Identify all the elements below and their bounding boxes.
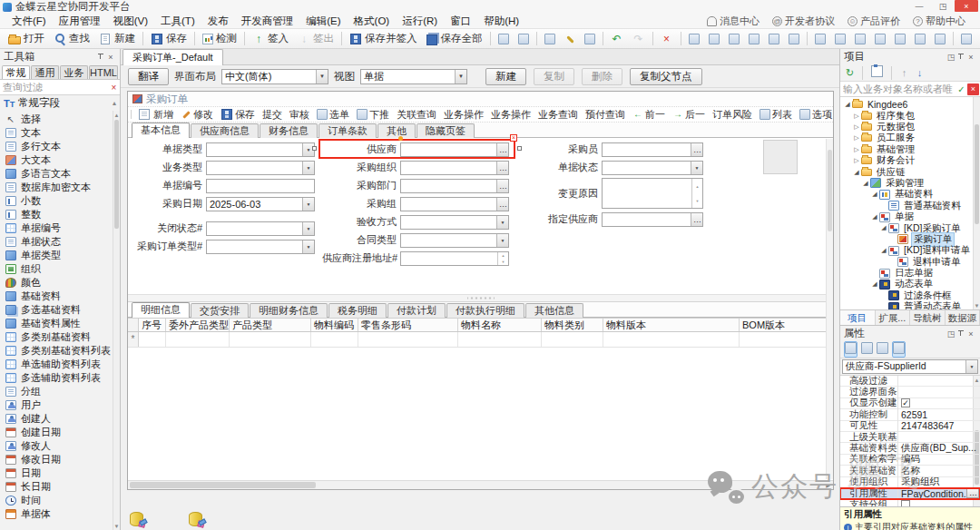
tree-item[interactable]: ◢动态表单 [840,279,980,290]
categorized-icon[interactable] [844,341,858,358]
form-toolbar-button[interactable]: 选项 [799,108,832,122]
tree-item[interactable]: ◢Kingdee6 [840,99,980,110]
vertical-scrollbar[interactable] [826,139,833,479]
grid-cell[interactable] [230,332,311,347]
property-row[interactable]: 支持分组 [840,499,980,506]
grid-cell[interactable] [311,332,358,347]
ellipsis-button[interactable]: … [966,488,979,498]
form-toolbar-button[interactable]: ←前一 [632,108,665,122]
field-select-input[interactable]: ▼ [400,215,509,230]
tree-item[interactable]: ◢[KD]采购订单 [840,222,980,233]
menu-item[interactable]: 开发商管理 [235,15,300,28]
ellipsis-icon[interactable]: … [691,213,702,226]
pin-icon[interactable] [956,329,965,339]
panel-tab[interactable]: 项目 [840,310,876,325]
pin-icon[interactable] [96,52,105,62]
toolbox-item[interactable]: 基础资料 [5,290,120,303]
detail-tab[interactable]: 明细财务信息 [250,303,328,318]
close-icon[interactable]: × [965,52,976,63]
dropdown-icon[interactable]: ▼ [496,216,508,229]
toolbox-item[interactable]: 颜色 [5,276,120,290]
menu-item[interactable]: 帮助(H) [477,15,525,28]
project-toolbar-copy-icon[interactable] [869,65,885,80]
form-toolbar-button[interactable]: →后一 [672,108,705,122]
toolbox-item[interactable]: 单选辅助资料列表 [5,358,120,371]
tree-expander-icon[interactable]: ◢ [870,213,879,221]
toolbar-button[interactable]: 新建 [94,30,140,47]
menu-item[interactable]: 编辑(E) [299,15,347,28]
tree-item[interactable]: 普通基础资料 [840,201,980,211]
tree-expander-icon[interactable]: ◢ [852,169,861,176]
tree-expander-icon[interactable]: ◢ [861,180,870,187]
detail-tab[interactable]: 其他信息 [525,303,583,318]
top-link[interactable]: 消息中心 [707,15,760,28]
form-toolbar-button[interactable]: 选单 [317,108,349,122]
toolbar-button[interactable]: 查找 [49,30,94,47]
toolbar-icon-button[interactable] [976,32,980,46]
toolbox-item[interactable]: 整数 [5,208,120,221]
tree-item[interactable]: ▷财务会计 [840,155,980,166]
ellipsis-icon[interactable]: … [691,143,702,156]
layout-select[interactable]: 中文(简体) ▼ [221,69,328,84]
clear-filter-icon[interactable]: × [108,82,120,93]
toolbar-icon-button[interactable]: × [656,31,678,47]
toolbox-item[interactable]: 多类别基础资料 [5,330,120,344]
toolbox-item[interactable]: 用户 [5,398,120,412]
tree-item[interactable]: 退料申请单 [840,256,980,267]
toolbox-item[interactable]: 多语言文本 [5,167,120,181]
tree-item[interactable]: ◢[KD]退料申请单 [840,245,980,256]
grid-column-header[interactable]: 物料类别 [542,319,603,331]
form-toolbar-button[interactable]: 提交 [262,108,282,122]
toolbar-button[interactable]: 检测 [198,30,241,47]
dropdown-icon[interactable]: ▼ [302,162,314,174]
toolbox-item[interactable]: 基础资料属性 [5,317,120,330]
toolbox-item[interactable]: 创建人 [5,412,120,426]
tree-item[interactable]: ◢采购管理 [840,178,980,189]
form-toolbar-button[interactable]: 下推 [357,108,389,122]
menu-item[interactable]: 格式(O) [348,15,397,28]
form-toolbar-button[interactable]: 关联查询 [397,108,436,122]
field-select-input[interactable]: ▼ [206,240,315,254]
toolbox-item[interactable]: 单据编号 [5,221,120,235]
form-tab[interactable]: 供应商信息 [191,123,259,138]
toolbar-icon-button[interactable] [494,32,514,46]
toolbar-icon-button[interactable] [514,32,534,46]
tree-item[interactable]: 采购订单 [840,234,980,245]
horizontal-scrollbar[interactable]: ▶ [128,480,833,489]
restore-button[interactable]: ◳ [931,0,955,12]
toolbox-item[interactable]: 日期 [5,466,120,480]
ellipsis-icon[interactable]: … [496,180,508,192]
toolbar-icon-button[interactable] [910,32,930,46]
grid-new-row[interactable]: * [128,332,833,348]
toolbox-section-header[interactable]: TT 常规字段 ▴ [0,95,120,111]
tree-expander-icon[interactable]: ▷ [852,157,861,164]
project-toolbar-move-down-icon[interactable]: ↓ [914,66,926,79]
field-select-input[interactable]: ▼ [206,142,315,157]
grid-column-header[interactable]: 物料名称 [458,319,542,331]
spin-down-icon[interactable]: ▼ [692,193,702,208]
form-toolbar-button[interactable]: 保存 [220,108,255,122]
database-icon[interactable] [130,512,143,526]
toolbox-item[interactable]: 时间 [5,494,120,507]
property-object-select[interactable]: 供应商-FSupplierId ▼ [842,359,978,374]
field-textarea-input[interactable]: ▲▼ [602,178,703,209]
grid-column-header[interactable]: 零售条形码 [358,319,458,331]
ellipsis-icon[interactable]: … [496,162,508,174]
field-lookup-input[interactable]: … [602,142,703,157]
detail-tab[interactable]: 付款计划 [387,303,446,318]
tree-expander-icon[interactable]: ◢ [870,191,879,198]
ellipsis-icon[interactable]: … [496,198,508,211]
scroll-right-icon[interactable]: ▶ [824,481,832,489]
doc-button[interactable]: 新建 [485,68,526,85]
detail-tab[interactable]: 明细信息 [132,302,190,318]
form-toolbar-button[interactable]: 审核 [289,108,309,122]
tree-item[interactable]: 日志单据 [840,268,980,279]
toolbar-button[interactable]: 保存 [146,30,191,47]
property-row[interactable]: 引用属性FPayCondition...… [840,488,980,499]
field-lookup-input[interactable]: … [400,142,509,157]
field-select-input[interactable]: ▼ [206,161,315,175]
toolbox-tab[interactable]: 通用 [31,65,59,79]
toolbar-icon-button[interactable]: ↷ [628,31,650,47]
toolbar-icon-button[interactable]: ↶ [606,31,628,47]
toolbox-item[interactable]: 单据状态 [5,235,120,249]
